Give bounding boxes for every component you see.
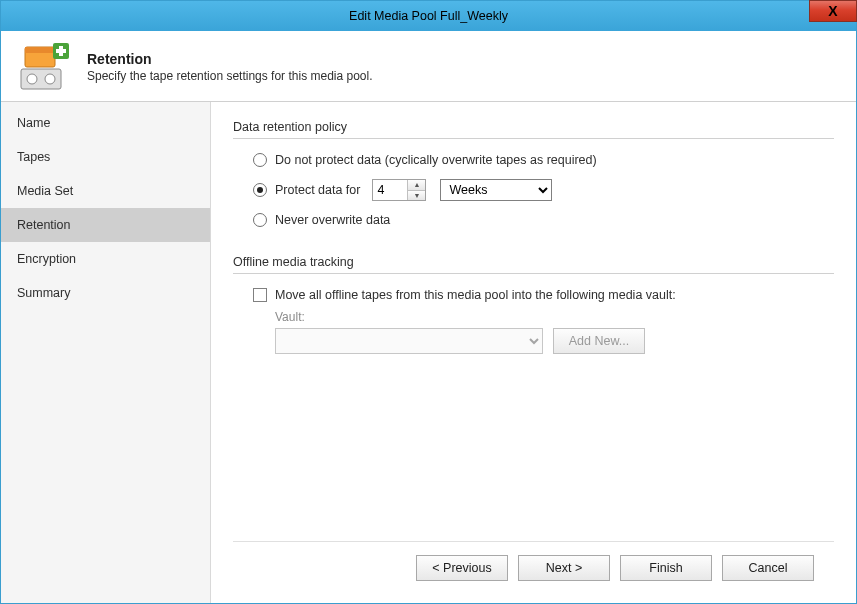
offline-group: Offline media tracking Move all offline … <box>233 255 834 354</box>
retention-icon <box>19 41 71 93</box>
sidebar-item-retention[interactable]: Retention <box>1 208 210 242</box>
svg-rect-1 <box>25 47 55 53</box>
next-button[interactable]: Next > <box>518 555 610 581</box>
duration-unit-select[interactable]: Weeks <box>440 179 552 201</box>
finish-button[interactable]: Finish <box>620 555 712 581</box>
vault-row: Add New... <box>275 328 834 354</box>
sidebar-item-name[interactable]: Name <box>1 106 210 140</box>
close-icon: X <box>828 4 837 18</box>
spinner-up-button[interactable]: ▲ <box>408 180 425 190</box>
checkbox-move-offline[interactable] <box>253 288 267 302</box>
svg-point-4 <box>45 74 55 84</box>
retention-group-label: Data retention policy <box>233 120 834 139</box>
checkbox-label-move-offline: Move all offline tapes from this media p… <box>275 288 676 302</box>
duration-input[interactable] <box>373 180 407 200</box>
retention-group: Data retention policy Do not protect dat… <box>233 120 834 235</box>
page-header: Retention Specify the tape retention set… <box>1 31 856 101</box>
check-row-move-offline[interactable]: Move all offline tapes from this media p… <box>233 284 834 310</box>
content-spacer <box>233 374 834 541</box>
sidebar-item-tapes[interactable]: Tapes <box>1 140 210 174</box>
page-title: Retention <box>87 51 373 67</box>
sidebar-item-summary[interactable]: Summary <box>1 276 210 310</box>
spinner-down-button[interactable]: ▼ <box>408 190 425 201</box>
close-button[interactable]: X <box>809 0 857 22</box>
radio-row-protect-for[interactable]: Protect data for ▲ ▼ Weeks <box>233 175 834 209</box>
radio-row-no-protect[interactable]: Do not protect data (cyclically overwrit… <box>233 149 834 175</box>
cancel-button[interactable]: Cancel <box>722 555 814 581</box>
previous-button[interactable]: < Previous <box>416 555 508 581</box>
radio-no-protect[interactable] <box>253 153 267 167</box>
svg-rect-7 <box>56 49 66 53</box>
add-new-button[interactable]: Add New... <box>553 328 645 354</box>
sidebar: Name Tapes Media Set Retention Encryptio… <box>1 102 211 603</box>
radio-protect-for[interactable] <box>253 183 267 197</box>
radio-label-protect-for: Protect data for <box>275 183 360 197</box>
dialog-window: Edit Media Pool Full_Weekly X Retention … <box>0 0 857 604</box>
radio-never[interactable] <box>253 213 267 227</box>
header-text: Retention Specify the tape retention set… <box>87 51 373 83</box>
sidebar-item-encryption[interactable]: Encryption <box>1 242 210 276</box>
radio-label-no-protect: Do not protect data (cyclically overwrit… <box>275 153 597 167</box>
radio-label-never: Never overwrite data <box>275 213 390 227</box>
svg-point-3 <box>27 74 37 84</box>
window-title: Edit Media Pool Full_Weekly <box>349 9 508 23</box>
titlebar: Edit Media Pool Full_Weekly X <box>1 1 856 31</box>
spinner-arrows: ▲ ▼ <box>407 180 425 200</box>
duration-spinner[interactable]: ▲ ▼ <box>372 179 426 201</box>
page-subtitle: Specify the tape retention settings for … <box>87 69 373 83</box>
body: Name Tapes Media Set Retention Encryptio… <box>1 101 856 603</box>
radio-row-never[interactable]: Never overwrite data <box>233 209 834 235</box>
vault-select[interactable] <box>275 328 543 354</box>
content-pane: Data retention policy Do not protect dat… <box>211 102 856 603</box>
footer-buttons: < Previous Next > Finish Cancel <box>233 541 834 593</box>
offline-group-label: Offline media tracking <box>233 255 834 274</box>
vault-section: Vault: Add New... <box>233 310 834 354</box>
sidebar-item-media-set[interactable]: Media Set <box>1 174 210 208</box>
vault-label: Vault: <box>275 310 834 324</box>
